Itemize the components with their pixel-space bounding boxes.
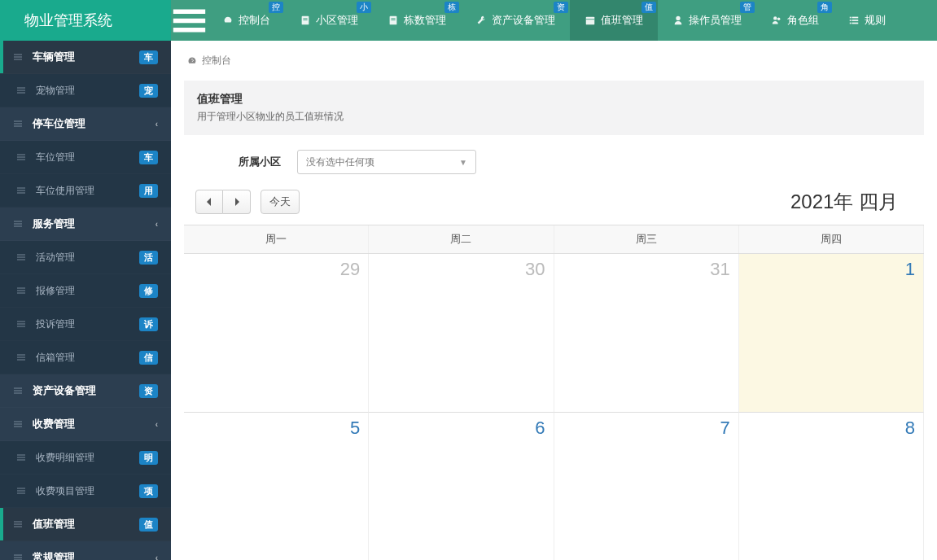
sidebar-badge: 资 <box>139 384 158 398</box>
nav-button-group <box>195 190 251 214</box>
svg-rect-54 <box>586 17 595 25</box>
svg-rect-61 <box>850 20 852 21</box>
svg-rect-22 <box>17 290 25 291</box>
calendar-cell[interactable]: 29 <box>184 254 369 413</box>
svg-rect-12 <box>17 187 25 189</box>
sidebar-item-label: 停车位管理 <box>33 116 155 131</box>
weekday-header: 周一 <box>184 225 369 253</box>
svg-rect-29 <box>17 359 25 361</box>
svg-rect-23 <box>17 292 25 294</box>
sidebar-item-14[interactable]: 值班管理值 <box>0 508 171 541</box>
sidebar-badge: 明 <box>139 451 158 465</box>
tab-badge: 管 <box>740 2 755 13</box>
menu-icon <box>13 52 26 62</box>
sidebar-item-label: 车辆管理 <box>33 50 139 64</box>
svg-rect-17 <box>14 225 22 227</box>
sidebar-item-10[interactable]: 资产设备管理资 <box>0 374 171 408</box>
calendar-cell[interactable]: 5 <box>184 413 369 560</box>
tab-5[interactable]: 操作员管理管 <box>658 0 756 41</box>
calendar-cell[interactable]: 8 <box>739 413 924 560</box>
sidebar-badge: 活 <box>139 251 158 265</box>
svg-rect-30 <box>14 387 22 389</box>
sidebar-item-15[interactable]: 常规管理‹ <box>0 541 171 560</box>
day-number: 8 <box>905 418 915 439</box>
tab-badge: 值 <box>641 2 656 13</box>
svg-rect-40 <box>17 490 25 492</box>
tab-7[interactable]: 规则 <box>834 0 900 41</box>
sidebar-item-label: 活动管理 <box>36 251 139 265</box>
sidebar-item-1[interactable]: 宠物管理宠 <box>0 74 171 107</box>
svg-rect-36 <box>17 454 25 456</box>
calendar-cell[interactable]: 6 <box>369 413 554 560</box>
sidebar-badge: 项 <box>139 484 158 498</box>
svg-rect-59 <box>850 17 852 19</box>
next-button[interactable] <box>223 190 251 214</box>
svg-rect-5 <box>17 92 25 94</box>
sidebar-item-label: 投诉管理 <box>36 317 139 331</box>
menu-icon <box>13 386 26 396</box>
tab-4[interactable]: 值班管理值 <box>570 0 658 41</box>
sidebar-item-5[interactable]: 服务管理‹ <box>0 208 171 241</box>
calendar-cell[interactable]: 1 <box>739 254 924 413</box>
svg-rect-18 <box>17 254 25 256</box>
sidebar-item-label: 收费明细管理 <box>36 451 139 465</box>
sidebar-item-13[interactable]: 收费项目管理项 <box>0 475 171 508</box>
sidebar-item-11[interactable]: 收费管理‹ <box>0 408 171 441</box>
svg-rect-16 <box>14 223 22 225</box>
tab-label: 资产设备管理 <box>492 13 555 28</box>
tab-label: 栋数管理 <box>404 13 446 28</box>
day-number: 7 <box>720 418 730 439</box>
sidebar-item-4[interactable]: 车位使用管理用 <box>0 174 171 208</box>
svg-rect-44 <box>14 526 22 527</box>
sidebar-item-3[interactable]: 车位管理车 <box>0 141 171 174</box>
svg-rect-35 <box>14 426 22 427</box>
sidebar-item-2[interactable]: 停车位管理‹ <box>0 107 171 141</box>
day-number: 30 <box>525 259 545 280</box>
prev-button[interactable] <box>195 190 223 214</box>
calendar-weekdays: 周一周二周三周四 <box>184 225 924 254</box>
community-select[interactable]: 没有选中任何项 ▼ <box>297 150 476 174</box>
menu-icon <box>13 519 26 529</box>
tab-badge: 小 <box>357 2 371 13</box>
menu-icon <box>16 286 29 295</box>
svg-rect-39 <box>17 488 25 489</box>
tab-1[interactable]: 小区管理小 <box>285 0 373 41</box>
svg-rect-0 <box>14 54 22 55</box>
menu-icon <box>13 419 26 429</box>
sidebar-item-9[interactable]: 信箱管理信 <box>0 341 171 374</box>
sidebar-badge: 信 <box>139 351 158 365</box>
tab-badge: 角 <box>817 2 832 13</box>
sidebar-item-12[interactable]: 收费明细管理明 <box>0 441 171 475</box>
calendar-cell[interactable]: 7 <box>554 413 739 560</box>
svg-rect-43 <box>14 523 22 525</box>
tab-6[interactable]: 角色组角 <box>756 0 834 41</box>
calendar-cell[interactable]: 31 <box>554 254 739 413</box>
sidebar-item-6[interactable]: 活动管理活 <box>0 241 171 274</box>
calendar-cell[interactable]: 30 <box>369 254 554 413</box>
sidebar-item-8[interactable]: 投诉管理诉 <box>0 308 171 341</box>
svg-rect-52 <box>391 18 395 19</box>
menu-icon <box>13 119 26 129</box>
svg-rect-9 <box>17 154 25 155</box>
svg-rect-13 <box>17 190 25 191</box>
sidebar-badge: 值 <box>139 518 158 532</box>
tab-3[interactable]: 资产设备管理资 <box>461 0 570 41</box>
svg-rect-64 <box>852 23 858 24</box>
sidebar-item-7[interactable]: 报修管理修 <box>0 274 171 308</box>
svg-rect-45 <box>14 554 22 556</box>
today-button[interactable]: 今天 <box>261 190 300 214</box>
sidebar-badge: 修 <box>139 284 158 298</box>
svg-rect-3 <box>17 87 25 89</box>
svg-rect-50 <box>303 20 307 20</box>
svg-rect-26 <box>17 326 25 327</box>
menu-toggle-button[interactable] <box>171 0 208 41</box>
sidebar-item-label: 服务管理 <box>33 217 155 231</box>
tab-2[interactable]: 栋数管理栋 <box>373 0 461 41</box>
svg-rect-53 <box>391 20 395 20</box>
svg-rect-37 <box>17 457 25 458</box>
svg-rect-15 <box>14 221 22 222</box>
sidebar-item-0[interactable]: 车辆管理车 <box>0 41 171 74</box>
tab-0[interactable]: 控制台控 <box>208 0 285 41</box>
tab-badge: 资 <box>554 2 568 13</box>
calendar-controls: 今天 2021年 四月 <box>171 189 937 225</box>
